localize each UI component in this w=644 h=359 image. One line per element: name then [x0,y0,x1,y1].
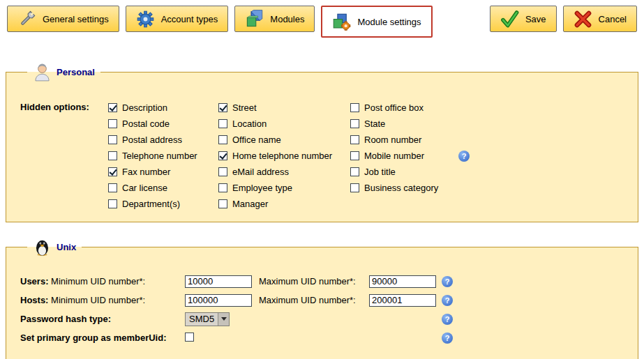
cubes-icon [245,10,264,29]
option-location[interactable]: Location [218,116,350,132]
password-hash-label: Password hash type: [20,314,185,324]
option-manager[interactable]: Manager [218,196,350,212]
unix-settings-grid: Users: Minimum UID number*: Maximum UID … [20,272,631,347]
tab-account-types[interactable]: Account types [126,6,229,32]
option-post-office-box[interactable]: Post office box [350,100,511,116]
option-telephone-number[interactable]: Telephone number [108,148,218,164]
option-fax-number-checkbox[interactable] [108,167,117,176]
option-car-license-checkbox[interactable] [108,183,117,192]
option-departments[interactable]: Department(s) [108,196,218,212]
users-max-uid-input[interactable] [369,275,436,288]
option-postal-address[interactable]: Postal address [108,132,218,148]
options-column-3: Post office box State Room number Mobile… [350,100,511,196]
person-icon [33,63,52,82]
section-title: Personal [57,67,95,77]
option-telephone-number-checkbox[interactable] [108,151,117,160]
cancel-label: Cancel [599,14,627,24]
option-departments-checkbox[interactable] [108,199,117,208]
member-uid-checkbox[interactable] [185,333,194,342]
unix-legend: Unix [27,238,82,257]
option-email-address-checkbox[interactable] [218,167,227,176]
options-column-2: Street Location Office name Home telepho… [218,100,350,212]
wrench-icon [17,10,36,29]
option-location-checkbox[interactable] [218,119,227,128]
option-street[interactable]: Street [218,100,350,116]
option-postal-code[interactable]: Postal code [108,116,218,132]
section-title: Unix [57,242,76,252]
hosts-min-uid-input[interactable] [185,294,252,307]
tab-label: General settings [43,14,109,24]
save-label: Save [525,14,546,24]
option-job-title-checkbox[interactable] [350,167,359,176]
option-car-license[interactable]: Car license [108,180,218,196]
option-description-checkbox[interactable] [108,103,117,112]
option-mobile-number-checkbox[interactable] [350,151,359,160]
users-row-label: Users: Minimum UID number*: [20,276,185,287]
option-room-number-checkbox[interactable] [350,135,359,144]
hosts-max-uid-input[interactable] [369,294,436,307]
option-street-checkbox[interactable] [218,103,227,112]
tab-module-settings[interactable]: Module settings [321,6,432,38]
tab-label: Account types [161,14,218,24]
gear-icon [136,10,155,29]
option-job-title[interactable]: Job title [350,164,511,180]
option-state-checkbox[interactable] [350,119,359,128]
option-room-number[interactable]: Room number [350,132,511,148]
option-postal-code-checkbox[interactable] [108,119,117,128]
option-email-address[interactable]: eMail address [218,164,350,180]
hidden-options: Hidden options: Description Postal code … [20,100,631,212]
help-icon[interactable]: ? [442,333,453,344]
toolbar: General settings Account types [0,0,644,38]
option-state[interactable]: State [350,116,511,132]
option-employee-type[interactable]: Employee type [218,180,350,196]
option-postal-address-checkbox[interactable] [108,135,117,144]
options-column-1: Description Postal code Postal address T… [108,100,218,212]
option-business-category-checkbox[interactable] [350,183,359,192]
option-home-telephone-number-checkbox[interactable] [218,151,227,160]
cubes-gear-icon [332,13,351,31]
check-icon [500,10,519,29]
tab-label: Modules [270,14,304,24]
option-mobile-number[interactable]: Mobile number ? [350,148,511,164]
hidden-options-label: Hidden options: [20,100,108,112]
option-employee-type-checkbox[interactable] [218,183,227,192]
unix-section: Unix Users: Minimum UID number*: Maximum… [6,238,638,359]
users-max-uid-label: Maximum UID number*: [259,276,369,287]
help-icon[interactable]: ? [442,295,453,306]
option-post-office-box-checkbox[interactable] [350,103,359,112]
tab-label: Module settings [357,17,421,27]
tab-modules[interactable]: Modules [234,6,315,32]
x-icon [574,10,592,29]
option-business-category[interactable]: Business category [350,180,511,196]
help-icon[interactable]: ? [442,276,453,287]
hosts-row-label: Hosts: Minimum UID number*: [20,295,185,305]
password-hash-value: SMD5 [186,314,218,324]
tux-icon [33,238,52,257]
chevron-down-icon [218,313,229,326]
personal-section: Personal Hidden options: Description Pos… [6,63,638,222]
option-office-name-checkbox[interactable] [218,135,227,144]
option-manager-checkbox[interactable] [218,199,227,208]
users-min-uid-input[interactable] [185,275,252,288]
personal-legend: Personal [27,63,100,82]
option-office-name[interactable]: Office name [218,132,350,148]
option-home-telephone-number[interactable]: Home telephone number [218,148,350,164]
password-hash-select[interactable]: SMD5 [185,312,230,326]
cancel-button[interactable]: Cancel [563,6,637,32]
option-description[interactable]: Description [108,100,218,116]
tab-general-settings[interactable]: General settings [7,6,119,32]
help-icon[interactable]: ? [442,314,453,325]
hosts-max-uid-label: Maximum UID number*: [259,295,369,305]
help-icon[interactable]: ? [458,151,470,162]
member-uid-label: Set primary group as memberUid: [20,333,185,343]
page-content: Personal Hidden options: Description Pos… [0,63,644,359]
save-button[interactable]: Save [490,6,557,32]
option-fax-number[interactable]: Fax number [108,164,218,180]
